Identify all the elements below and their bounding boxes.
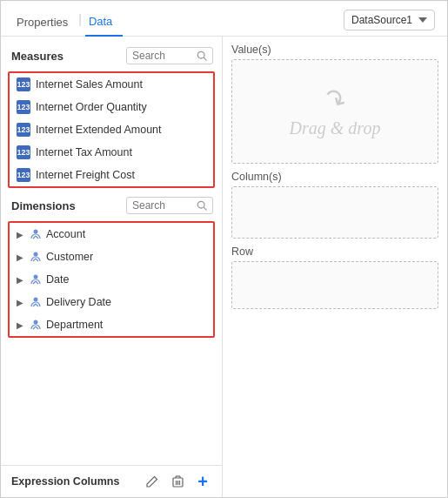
svg-point-13 xyxy=(34,298,38,302)
measures-header: Measures xyxy=(1,44,222,68)
list-item[interactable]: ▶ Date xyxy=(10,268,213,291)
measures-search-icon xyxy=(197,50,207,61)
measure-label: Internet Tax Amount xyxy=(36,146,132,158)
dimension-icon xyxy=(29,227,43,241)
svg-point-10 xyxy=(34,275,38,279)
list-item[interactable]: ▶ Account xyxy=(10,223,213,246)
measure-icon: 123 xyxy=(17,100,30,114)
measure-label: Internet Sales Amount xyxy=(36,78,143,91)
measures-search-box[interactable] xyxy=(126,47,213,64)
expand-arrow-icon: ▶ xyxy=(17,252,25,262)
add-expression-button[interactable]: + xyxy=(194,471,211,492)
right-panel: Value(s) ↷ Drag & drop Column(s) Row xyxy=(223,37,447,497)
svg-line-15 xyxy=(36,304,38,306)
plus-icon: + xyxy=(197,473,208,490)
values-label: Value(s) xyxy=(231,44,438,56)
svg-line-8 xyxy=(33,259,36,261)
measure-icon: 123 xyxy=(17,168,30,182)
row-drop-zone: Row xyxy=(231,246,438,309)
svg-line-6 xyxy=(36,236,38,239)
dimension-label: Account xyxy=(46,228,85,240)
expression-columns-footer: Expression Columns xyxy=(1,465,222,497)
svg-line-1 xyxy=(204,57,206,60)
datasource-select[interactable]: DataSource1 DataSource2 xyxy=(344,10,435,30)
svg-point-7 xyxy=(34,252,38,257)
dimension-icon xyxy=(29,250,43,264)
delete-icon xyxy=(172,475,184,488)
measure-icon: 123 xyxy=(17,145,30,159)
row-drop-area[interactable] xyxy=(231,261,438,309)
dimensions-search-box[interactable] xyxy=(126,197,213,214)
dimension-label: Customer xyxy=(46,251,93,263)
columns-drop-area[interactable] xyxy=(231,186,438,239)
values-drop-area[interactable]: ↷ Drag & drop xyxy=(231,59,438,164)
main-body: Measures 123 Internet Sales Amount 123 I… xyxy=(1,37,447,497)
columns-label: Column(s) xyxy=(231,171,438,183)
svg-line-5 xyxy=(33,236,36,239)
measure-icon: 123 xyxy=(17,77,30,91)
dimension-label: Date xyxy=(46,273,69,286)
drag-drop-text: Drag & drop xyxy=(290,118,381,138)
dimensions-title: Dimensions xyxy=(11,199,76,212)
values-drop-zone: Value(s) ↷ Drag & drop xyxy=(231,44,438,164)
list-item[interactable]: ▶ Delivery Date xyxy=(10,291,213,313)
svg-line-17 xyxy=(33,326,36,329)
header: Properties | Data DataSource1 DataSource… xyxy=(1,1,447,37)
dimensions-list: ▶ Account ▶ Customer ▶ xyxy=(8,221,215,338)
measures-title: Measures xyxy=(11,50,64,63)
tab-properties[interactable]: Properties xyxy=(13,10,78,36)
svg-line-9 xyxy=(36,259,38,261)
measure-label: Internet Freight Cost xyxy=(36,169,135,181)
svg-line-3 xyxy=(204,207,206,210)
dimension-icon xyxy=(29,318,43,332)
edit-expression-button[interactable] xyxy=(143,474,162,489)
edit-icon xyxy=(146,475,158,488)
expression-columns-title: Expression Columns xyxy=(11,475,136,488)
svg-line-14 xyxy=(33,304,36,306)
measure-label: Internet Order Quantity xyxy=(36,101,147,113)
delete-expression-button[interactable] xyxy=(169,474,187,489)
list-item[interactable]: 123 Internet Sales Amount xyxy=(10,73,213,96)
dimension-icon xyxy=(29,273,43,286)
expand-arrow-icon: ▶ xyxy=(17,230,25,239)
measures-search-input[interactable] xyxy=(132,50,193,62)
list-item[interactable]: 123 Internet Freight Cost xyxy=(10,164,213,186)
dimension-label: Delivery Date xyxy=(46,296,111,308)
dimension-label: Department xyxy=(46,319,103,331)
svg-point-16 xyxy=(34,320,38,325)
columns-drop-zone: Column(s) xyxy=(231,171,438,239)
svg-line-12 xyxy=(36,281,38,284)
list-item[interactable]: ▶ Department xyxy=(10,313,213,336)
svg-point-4 xyxy=(34,230,38,234)
list-item[interactable]: 123 Internet Order Quantity xyxy=(10,96,213,118)
measures-list: 123 Internet Sales Amount 123 Internet O… xyxy=(8,71,215,188)
expand-arrow-icon: ▶ xyxy=(17,320,25,330)
expand-arrow-icon: ▶ xyxy=(17,298,25,307)
svg-line-11 xyxy=(33,281,36,284)
list-item[interactable]: 123 Internet Tax Amount xyxy=(10,141,213,164)
list-item[interactable]: 123 Internet Extended Amount xyxy=(10,118,213,141)
expand-arrow-icon: ▶ xyxy=(17,275,25,285)
dimensions-search-icon xyxy=(197,200,207,211)
dimensions-search-input[interactable] xyxy=(132,199,193,212)
list-item[interactable]: ▶ Customer xyxy=(10,246,213,268)
measure-label: Internet Extended Amount xyxy=(36,124,162,136)
measure-icon: 123 xyxy=(17,123,30,137)
row-label: Row xyxy=(231,246,438,258)
left-panel: Measures 123 Internet Sales Amount 123 I… xyxy=(1,37,223,497)
tab-data[interactable]: Data xyxy=(85,10,123,37)
main-panel: Properties | Data DataSource1 DataSource… xyxy=(0,0,448,498)
dimension-icon xyxy=(29,295,43,309)
dimensions-header: Dimensions xyxy=(1,193,222,218)
drag-arrow-icon: ↷ xyxy=(318,81,351,118)
svg-line-18 xyxy=(36,326,38,329)
